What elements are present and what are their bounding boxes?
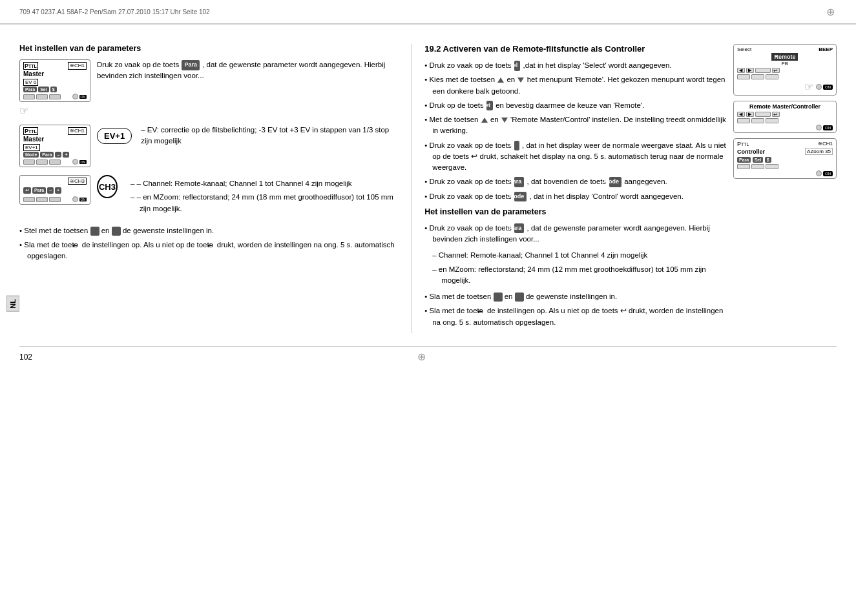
r-bullet-5: Druk zo vaak op de toets ↩ , dat in het … bbox=[424, 140, 727, 174]
r-dash-1: Channel: Remote-kanaal; Channel 1 tot Ch… bbox=[432, 250, 727, 261]
plus-btn-rf: + bbox=[494, 293, 503, 302]
plus-btn-2: + bbox=[63, 152, 69, 158]
channel-d3: ≅CH1 bbox=[818, 141, 833, 147]
rect-btn-2b bbox=[36, 159, 48, 165]
bottom-btn-d1a bbox=[737, 74, 750, 79]
arrow-right-d2: ▶ bbox=[746, 112, 754, 117]
bottom-btn-d3a bbox=[737, 164, 750, 169]
nl-label: NL bbox=[6, 296, 19, 312]
bottom-btn-d3b bbox=[751, 164, 764, 169]
rect-btn-2a bbox=[23, 159, 35, 165]
on-tag-1: ON bbox=[79, 95, 87, 99]
on-tag-d2: ON bbox=[823, 125, 833, 130]
pttl-d3: PTTL bbox=[737, 141, 749, 147]
right-column: 19.2 Activeren van de Remote-flitsfuncti… bbox=[412, 44, 837, 333]
circle-btn-2 bbox=[72, 159, 78, 165]
channel-label-1: ≅CH1 bbox=[68, 62, 87, 70]
arrow-right-d1: ▶ bbox=[746, 68, 754, 73]
tri-down-2 bbox=[501, 118, 508, 123]
print-info: 709 47 0237.A1 58AF-2 Pen/Sam 27.07.2010… bbox=[19, 8, 210, 15]
sel-btn-1: Sel bbox=[38, 87, 49, 92]
arrow-left-d1: ◀ bbox=[737, 68, 745, 73]
rect-btn-3c bbox=[49, 197, 61, 202]
bottom-crosshair bbox=[415, 351, 428, 364]
plus-btn-3: + bbox=[55, 187, 61, 194]
page-number: 102 bbox=[19, 353, 32, 362]
para-btn-d3: Para bbox=[737, 157, 751, 163]
r-bullet-4: Met de toetsen en 'Remote Master/Control… bbox=[424, 114, 727, 137]
remote-master-label: Remote Master/Controller bbox=[737, 103, 833, 110]
circle-d3 bbox=[816, 170, 822, 176]
device-beep-remote: Select BEEP Remote FB ◀ ▶ ↩ bbox=[733, 44, 837, 96]
r-bullet-2: Kies met de toetsen en het menupunt 'Rem… bbox=[424, 74, 727, 97]
tri-up-2 bbox=[481, 118, 488, 123]
para-btn-r6: Para bbox=[514, 177, 525, 187]
diagram-block-2: PTTL ≅CH1 Master EV+1 Mode Para – + bbox=[19, 125, 398, 167]
r-dash-2: en MZoom: reflectorstand; 24 mm (12 mm m… bbox=[432, 264, 727, 287]
pttl-label-2: PTTL bbox=[23, 127, 38, 135]
minus-btn-2: – bbox=[55, 152, 61, 158]
select-label: Select bbox=[737, 46, 751, 52]
camera-diagram-1: PTTL ≅CH1 Master EV 0 Para Sel $ bbox=[19, 59, 90, 102]
main-content: Het instellen van de parameters PTTL ≅CH… bbox=[0, 31, 856, 346]
channel-label-3: ≅CH3 bbox=[68, 178, 87, 185]
return-btn-r: ↩ bbox=[514, 141, 519, 151]
rect-btn-3a bbox=[23, 197, 35, 202]
device-controller: PTTL ≅CH1 Controller AZoom 35 Para Sel $ bbox=[733, 138, 837, 179]
print-header: 709 47 0237.A1 58AF-2 Pen/Sam 27.07.2010… bbox=[0, 0, 856, 24]
bottom-btn-d1c bbox=[766, 74, 778, 79]
set-btn-r: Set bbox=[486, 101, 493, 111]
master-label-1: Master bbox=[23, 70, 44, 77]
diagram-block-1: PTTL ≅CH1 Master EV 0 Para Sel $ bbox=[19, 59, 398, 117]
circle-btn-3 bbox=[72, 196, 78, 202]
crosshair-icon bbox=[824, 5, 837, 18]
para-btn-1: Para bbox=[23, 87, 37, 92]
dollar-btn-1: $ bbox=[50, 87, 57, 92]
rect-btn-2c bbox=[49, 159, 61, 165]
mode-btn-r7: Mode bbox=[514, 192, 527, 202]
diagram-block-3: ≅CH3 ↩ Para – + bbox=[19, 175, 398, 218]
dollar-btn-d3: $ bbox=[765, 157, 771, 163]
ch3-dash-2: – en MZoom: reflectorstand; 24 mm (18 mm… bbox=[130, 192, 398, 214]
set-btn-d2 bbox=[755, 112, 771, 117]
sel-btn-d3: Sel bbox=[753, 157, 764, 163]
ch3-dash-1: – Channel: Remote-kanaal; Channel 1 tot … bbox=[130, 178, 398, 189]
right-section-title: 19.2 Activeren van de Remote-flitsfuncti… bbox=[424, 44, 727, 54]
azoom-label: AZoom 35 bbox=[805, 148, 833, 155]
set-btn-d1 bbox=[755, 68, 771, 73]
circle-d1 bbox=[816, 84, 822, 90]
bullet-save: Sla met de toets ↩ de instellingen op. A… bbox=[19, 240, 398, 262]
r-s2-bullet-1: Druk zo vaak op de toets Para , dat de g… bbox=[424, 223, 727, 245]
ev-callout: EV+1 bbox=[97, 128, 132, 144]
remote-highlight: Remote bbox=[771, 53, 798, 61]
para-btn-2: Para bbox=[40, 152, 54, 158]
plus-btn-inline: + bbox=[90, 227, 99, 236]
left-bottom-bullets: Stel met de toetsen + en – de gewenste i… bbox=[19, 225, 398, 262]
rect-btn-1b bbox=[36, 94, 48, 99]
right-section2-bullets: Druk zo vaak op de toets Para , dat de g… bbox=[424, 223, 727, 245]
right-text-area: 19.2 Activeren van de Remote-flitsfuncti… bbox=[424, 44, 727, 333]
left-section-title: Het instellen van de parameters bbox=[19, 44, 398, 53]
fb-label: FB bbox=[737, 61, 833, 67]
minus-btn-rf: – bbox=[515, 293, 524, 302]
tri-up-1 bbox=[497, 77, 504, 83]
return-d2: ↩ bbox=[772, 112, 780, 117]
r-final-2: Sla met de toets ↩ de instellingen op. A… bbox=[424, 305, 727, 328]
mode-btn-r6: Mode bbox=[609, 177, 622, 187]
master-label-2: Master bbox=[23, 136, 44, 143]
bottom-btn-d3c bbox=[766, 164, 778, 169]
para-inline-btn: Para bbox=[182, 60, 200, 70]
para-btn-s2: Para bbox=[514, 223, 525, 234]
on-tag-d1: ON bbox=[823, 85, 833, 90]
tri-down-1 bbox=[517, 77, 524, 83]
controller-label: Controller bbox=[737, 149, 765, 155]
sel-btn-r: Sel bbox=[514, 61, 521, 71]
annotation-1: Druk zo vaak op de toets Para , dat de g… bbox=[97, 59, 398, 82]
ev-box-1: EV 0 bbox=[23, 79, 38, 86]
para-btn-3: Para bbox=[32, 187, 46, 194]
on-tag-d3: ON bbox=[823, 171, 833, 176]
camera-diagram-3: ≅CH3 ↩ Para – + bbox=[19, 175, 90, 205]
ev-annotation: – EV: correctie op de flitsbelichting; -… bbox=[141, 125, 398, 147]
bottom-btn-d1b bbox=[751, 74, 764, 79]
bullet-plus-minus: Stel met de toetsen + en – de gewenste i… bbox=[19, 225, 398, 236]
